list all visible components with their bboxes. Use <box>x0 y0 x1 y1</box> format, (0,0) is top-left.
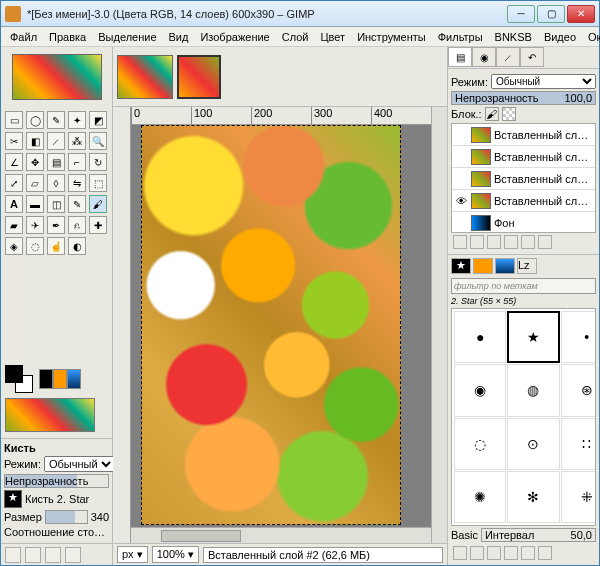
indicator-image[interactable] <box>5 398 95 432</box>
menu-tools[interactable]: Инструменты <box>352 29 431 45</box>
close-button[interactable]: ✕ <box>567 5 595 23</box>
delete-options-icon[interactable] <box>45 547 61 563</box>
blur-tool[interactable]: ◌ <box>26 237 44 255</box>
new-brush-icon[interactable] <box>470 546 484 560</box>
heal-tool[interactable]: ✚ <box>89 216 107 234</box>
duplicate-brush-icon[interactable] <box>487 546 501 560</box>
swatch-star[interactable]: ★ <box>39 369 53 389</box>
layer-opacity-slider[interactable]: Непрозрачность 100,0 <box>451 91 596 105</box>
mode-select[interactable]: Обычный <box>44 456 115 472</box>
rotate-tool[interactable]: ↻ <box>89 153 107 171</box>
crop-tool[interactable]: ⌐ <box>68 153 86 171</box>
scrollbar-horizontal[interactable] <box>131 527 431 543</box>
brush-star-tab[interactable]: ★ <box>451 258 471 274</box>
refresh-brush-icon[interactable] <box>521 546 535 560</box>
brush-cell[interactable]: ★ <box>507 311 559 363</box>
menu-windows[interactable]: Окна <box>583 29 600 45</box>
layer-mode-select[interactable]: Обычный <box>491 74 596 89</box>
titlebar[interactable]: *[Без имени]-3.0 (Цвета RGB, 14 слоев) 6… <box>1 1 599 27</box>
brush-orange-tab[interactable] <box>473 258 493 274</box>
brush-cell[interactable]: ◉ <box>454 364 506 416</box>
brush-filter-input[interactable]: фильтр по меткам <box>451 278 596 294</box>
save-options-icon[interactable] <box>5 547 21 563</box>
brush-cell[interactable]: ⊙ <box>507 418 559 470</box>
reset-options-icon[interactable] <box>65 547 81 563</box>
layer-row[interactable]: Вставленный сл… <box>452 146 595 168</box>
menu-color[interactable]: Цвет <box>315 29 350 45</box>
layer-row[interactable]: Вставленный сл… <box>452 168 595 190</box>
menu-video[interactable]: Видео <box>539 29 581 45</box>
edit-brush-icon[interactable] <box>453 546 467 560</box>
smudge-tool[interactable]: ☝ <box>47 237 65 255</box>
paths-tool[interactable]: ⟋ <box>47 132 65 150</box>
align-tool[interactable]: ▤ <box>47 153 65 171</box>
layers-tab-icon[interactable]: ▤ <box>448 47 472 67</box>
cage-tool[interactable]: ⬚ <box>89 174 107 192</box>
brush-cell[interactable]: ◍ <box>507 364 559 416</box>
scissors-tool[interactable]: ✂ <box>5 132 23 150</box>
brush-cell[interactable]: ⊛ <box>561 364 597 416</box>
swatch-orange[interactable] <box>53 369 67 389</box>
open-brush-icon[interactable] <box>538 546 552 560</box>
brush-text-tab[interactable]: Lz <box>517 258 537 274</box>
lock-pixels-icon[interactable]: 🖌 <box>485 107 499 121</box>
swatch-gradient[interactable] <box>67 369 81 389</box>
menu-file[interactable]: Файл <box>5 29 42 45</box>
layer-row[interactable]: Вставленный сл… <box>452 124 595 146</box>
text-tool[interactable]: A <box>5 195 23 213</box>
lower-layer-icon[interactable] <box>487 235 501 249</box>
opacity-slider[interactable]: Непрозрачность <box>4 474 109 488</box>
image-tab-2-active[interactable] <box>177 55 221 99</box>
zoom-tool[interactable]: 🔍 <box>89 132 107 150</box>
pencil-tool[interactable]: ✎ <box>68 195 86 213</box>
scale-tool[interactable]: ⤢ <box>5 174 23 192</box>
menu-bnksb[interactable]: BNKSB <box>490 29 537 45</box>
preset-label[interactable]: Basic <box>451 529 478 541</box>
raise-layer-icon[interactable] <box>470 235 484 249</box>
image-tab-1[interactable] <box>117 55 173 99</box>
measure-tool[interactable]: ∠ <box>5 153 23 171</box>
duplicate-layer-icon[interactable] <box>504 235 518 249</box>
blend-tool[interactable]: ◫ <box>47 195 65 213</box>
interval-slider[interactable]: Интервал 50,0 <box>481 528 596 542</box>
free-select-tool[interactable]: ✎ <box>47 111 65 129</box>
ruler-horizontal[interactable]: 0 100 200 300 400 <box>131 107 431 125</box>
brush-preview-icon[interactable]: ★ <box>4 490 22 508</box>
dodge-burn-tool[interactable]: ◐ <box>68 237 86 255</box>
perspective-tool[interactable]: ◊ <box>47 174 65 192</box>
brush-cell[interactable]: • <box>561 311 597 363</box>
brush-gradient-tab[interactable] <box>495 258 515 274</box>
eraser-tool[interactable]: ▰ <box>5 216 23 234</box>
lock-alpha-icon[interactable] <box>502 107 516 121</box>
menu-select[interactable]: Выделение <box>93 29 161 45</box>
ellipse-select-tool[interactable]: ◯ <box>26 111 44 129</box>
brush-cell[interactable]: ∷ <box>561 418 597 470</box>
ink-tool[interactable]: ✒ <box>47 216 65 234</box>
canvas[interactable] <box>131 125 431 527</box>
brush-cell[interactable]: ⁜ <box>561 471 597 523</box>
fg-bg-colors[interactable] <box>5 365 33 393</box>
scrollbar-vertical[interactable] <box>431 107 447 543</box>
flip-tool[interactable]: ⇋ <box>68 174 86 192</box>
rect-select-tool[interactable]: ▭ <box>5 111 23 129</box>
layer-row[interactable]: 👁Вставленный сл… <box>452 190 595 212</box>
channels-tab-icon[interactable]: ◉ <box>472 47 496 67</box>
zoom-select[interactable]: 100% ▾ <box>152 546 199 563</box>
brush-cell[interactable]: ● <box>454 311 506 363</box>
fuzzy-select-tool[interactable]: ✦ <box>68 111 86 129</box>
delete-brush-icon[interactable] <box>504 546 518 560</box>
delete-layer-icon[interactable] <box>538 235 552 249</box>
clone-tool[interactable]: ⎌ <box>68 216 86 234</box>
ruler-vertical[interactable] <box>113 107 131 543</box>
paths-tab-icon[interactable]: ⟋ <box>496 47 520 67</box>
color-select-tool[interactable]: ◩ <box>89 111 107 129</box>
layer-row[interactable]: Фон <box>452 212 595 233</box>
perspective-clone-tool[interactable]: ◈ <box>5 237 23 255</box>
shear-tool[interactable]: ▱ <box>26 174 44 192</box>
image-thumbnail[interactable] <box>12 54 102 100</box>
color-picker-tool[interactable]: ⁂ <box>68 132 86 150</box>
brush-cell[interactable]: ✺ <box>454 471 506 523</box>
visibility-icon[interactable]: 👁 <box>454 195 468 207</box>
restore-options-icon[interactable] <box>25 547 41 563</box>
unit-select[interactable]: px ▾ <box>117 546 148 563</box>
